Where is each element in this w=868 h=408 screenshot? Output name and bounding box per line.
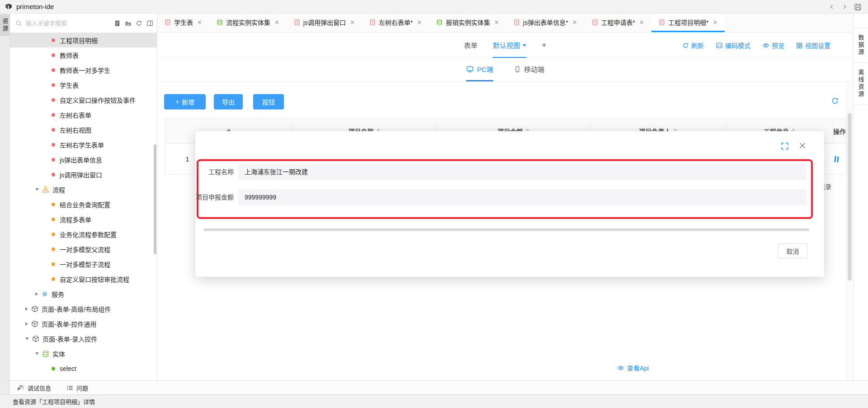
add-button[interactable]: +新增 xyxy=(164,94,206,109)
tab-label: js弹出表单信息* xyxy=(523,18,568,27)
tree-item[interactable]: 页面-表单-高级/布局组件 xyxy=(10,301,157,316)
editor-tab[interactable]: 学生表 ✕ xyxy=(157,14,209,32)
status-bar: 查看资源「工程项目明细」详情 xyxy=(0,394,868,408)
tab-form[interactable]: 表单 xyxy=(464,33,477,58)
tab-label: 工程项目明细* xyxy=(668,18,708,27)
project-name-field[interactable]: 上海浦东张江一期改建 xyxy=(238,164,807,180)
tree-item-label: js弹出表单信息 xyxy=(60,155,102,164)
editor-tab[interactable]: js弹出表单信息* ✕ xyxy=(506,14,584,32)
canvas-scrollbar-thumb[interactable] xyxy=(848,113,852,280)
problems-button[interactable]: 问题 xyxy=(66,384,88,392)
tree-item[interactable]: 教师表 xyxy=(10,47,157,62)
tree-item[interactable]: 自定义窗口操作按钮及事件 xyxy=(10,92,157,107)
tree-item[interactable]: 流程 xyxy=(10,182,157,197)
tree-item[interactable]: 实体 xyxy=(10,346,157,361)
add-view-button[interactable]: + xyxy=(542,41,547,50)
tree-item[interactable]: 学生表 xyxy=(10,77,157,92)
editor-tab[interactable]: 工程申请表* ✕ xyxy=(585,14,651,32)
tab-default-view[interactable]: 默认视图 xyxy=(493,33,526,58)
tree-item-label: 教师表 xyxy=(60,51,79,60)
tree-caret-icon[interactable] xyxy=(35,188,39,191)
code-mode-button[interactable]: 编码模式 xyxy=(716,41,750,50)
editor-tab[interactable]: 左树右表单* ✕ xyxy=(362,14,429,32)
view-api-link[interactable]: 查看Api xyxy=(617,363,649,372)
tab-close-icon[interactable]: ✕ xyxy=(494,19,499,26)
tree-item[interactable]: select xyxy=(10,361,157,376)
tab-close-icon[interactable]: ✕ xyxy=(712,19,717,26)
editor-tab[interactable]: 流程实例实体集 ✕ xyxy=(209,14,287,32)
tree-item-label: 左树右表单 xyxy=(60,110,91,119)
tab-pc[interactable]: PC端 xyxy=(466,58,493,81)
tab-close-icon[interactable]: ✕ xyxy=(350,19,355,26)
preview-button[interactable]: 预览 xyxy=(762,41,784,50)
close-icon[interactable] xyxy=(798,141,807,150)
tree-item-label: 服务 xyxy=(52,289,64,299)
list-icon xyxy=(66,384,73,391)
component-cube-icon xyxy=(32,335,39,342)
tree-item[interactable]: 页面-表单-录入控件 xyxy=(10,331,157,346)
cancel-button[interactable]: 取消 xyxy=(778,243,807,258)
tree-item[interactable]: 自定义窗口按钮审批流程 xyxy=(10,271,157,286)
tab-close-icon[interactable]: ✕ xyxy=(197,19,202,26)
fullscreen-icon[interactable] xyxy=(781,142,789,150)
new-folder-icon[interactable] xyxy=(125,20,132,27)
tree-item[interactable]: js弹出表单信息 xyxy=(10,152,157,167)
tab-close-icon[interactable]: ✕ xyxy=(639,19,644,26)
tree-item[interactable]: 结合业务查询配置 xyxy=(10,197,157,212)
custom-button[interactable]: 按钮 xyxy=(253,94,284,109)
designer-toolbar: 表单 默认视图 + 刷新 编码模式 预览 视图设置 xyxy=(157,33,853,58)
editor-tab[interactable]: 报销实例实体集 ✕ xyxy=(429,14,506,32)
editor-tab[interactable]: js调用弹出窗口 ✕ xyxy=(287,14,362,32)
strip-datasource-tab[interactable]: 数据源 xyxy=(854,28,868,63)
sidebar-scrollbar[interactable] xyxy=(154,144,156,254)
export-button[interactable]: 导出 xyxy=(214,94,243,109)
tree-item[interactable]: 一对多模型子流程 xyxy=(10,256,157,271)
save-icon[interactable] xyxy=(854,3,862,11)
tree-caret-icon[interactable] xyxy=(25,322,28,326)
editor-tab[interactable]: 工程项目明细* ✕ xyxy=(651,14,725,32)
search-input[interactable] xyxy=(26,20,94,27)
grid-header-cell[interactable]: 操作 xyxy=(833,119,846,143)
refresh-icon xyxy=(682,42,689,49)
tree-item-label: 流程 xyxy=(52,185,65,194)
tree-dot-icon xyxy=(52,232,55,236)
tree-caret-icon[interactable] xyxy=(35,292,38,296)
form-doc-icon xyxy=(165,19,171,26)
tree-item[interactable]: 服务 xyxy=(10,286,157,301)
tree-item[interactable]: 业务化流程参数配置 xyxy=(10,227,157,242)
tab-close-icon[interactable]: ✕ xyxy=(417,19,422,26)
grid-refresh-icon[interactable] xyxy=(831,97,839,105)
tab-close-icon[interactable]: ✕ xyxy=(274,19,279,26)
tree-item[interactable]: 左树右学生表单 xyxy=(10,137,157,152)
locate-file-icon[interactable] xyxy=(114,20,121,27)
tree-item[interactable]: 页面-表单-控件通用 xyxy=(10,316,157,331)
tree-item[interactable]: 左树右表单 xyxy=(10,107,157,122)
tree-item[interactable]: 一对多模型父流程 xyxy=(10,242,157,256)
history-forward-icon[interactable] xyxy=(841,4,848,10)
debug-info-button[interactable]: 调试信息 xyxy=(17,384,51,392)
debug-icon xyxy=(17,384,24,391)
modal-horizontal-scrollbar[interactable] xyxy=(203,228,809,231)
tree-dot-icon xyxy=(52,83,55,87)
field-label: 项目申报金额 xyxy=(195,189,234,205)
refresh-tree-icon[interactable] xyxy=(136,20,142,27)
tree-caret-icon[interactable] xyxy=(25,337,29,340)
declared-amount-field[interactable]: 999999999 xyxy=(238,189,807,205)
tree-item[interactable]: 教师表一对多学生 xyxy=(10,62,157,77)
tree-item[interactable]: 工程项目明细 xyxy=(10,33,157,47)
history-back-icon[interactable] xyxy=(829,4,835,10)
tree-caret-icon[interactable] xyxy=(35,352,39,355)
tree-item[interactable]: js调用弹出窗口 xyxy=(10,167,157,182)
tab-mobile[interactable]: 移动端 xyxy=(514,58,544,81)
tree-caret-icon[interactable] xyxy=(25,307,28,311)
view-settings-button[interactable]: 视图设置 xyxy=(796,41,830,50)
collapse-panel-icon[interactable] xyxy=(146,20,153,27)
strip-offline-resources-tab[interactable]: 离线资源 xyxy=(854,63,868,105)
tree-item[interactable]: 左树右视图 xyxy=(10,122,157,137)
tree-item[interactable]: 流程多表单 xyxy=(10,212,157,227)
refresh-button[interactable]: 刷新 xyxy=(682,41,704,50)
tree-item-label: 实体 xyxy=(52,349,65,358)
tree-dot-icon xyxy=(52,218,55,221)
tab-close-icon[interactable]: ✕ xyxy=(572,19,577,26)
strip-resources-tab[interactable]: 资源 xyxy=(0,14,10,36)
